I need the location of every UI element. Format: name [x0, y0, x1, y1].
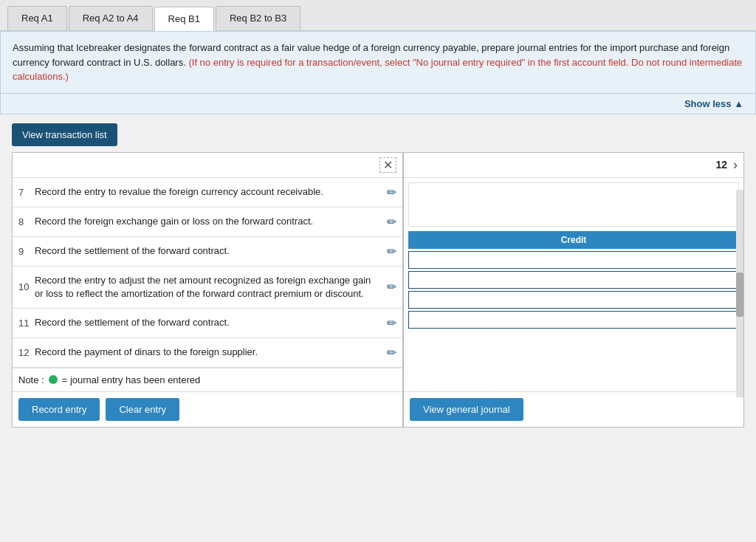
entry-text-9: Record the settlement of the forward con…: [35, 244, 381, 258]
entry-num-7: 7: [18, 187, 35, 198]
credit-row-4[interactable]: [408, 311, 739, 329]
scrollbar-thumb[interactable]: [736, 272, 743, 317]
record-entry-button[interactable]: Record entry: [18, 398, 100, 421]
edit-icon-9[interactable]: ✏: [387, 244, 396, 258]
entry-num-9: 9: [18, 246, 35, 257]
journal-content: Credit: [404, 178, 743, 391]
main-area: View transaction list ✕ 7 Record the ent…: [0, 114, 756, 436]
journal-current-num: 12: [715, 159, 727, 171]
close-icon[interactable]: ✕: [379, 157, 396, 173]
journal-panel: 12 › Credit: [404, 153, 743, 427]
entry-text-12: Record the payment of dinars to the fore…: [35, 346, 381, 359]
credit-input-3[interactable]: [408, 291, 739, 309]
clear-entry-button[interactable]: Clear entry: [106, 398, 179, 421]
credit-row-2[interactable]: [408, 271, 739, 289]
entry-text-10: Record the entry to adjust the net amoun…: [35, 274, 381, 301]
credit-row-3[interactable]: [408, 291, 739, 309]
entry-text-8: Record the foreign exchange gain or loss…: [35, 215, 381, 228]
credit-header-row: Credit: [408, 231, 739, 249]
entry-num-10: 10: [18, 281, 35, 292]
journal-nav: 12 ›: [404, 153, 743, 178]
credit-input-2[interactable]: [408, 271, 739, 289]
debit-area: [408, 182, 739, 227]
edit-icon-12[interactable]: ✏: [387, 346, 396, 360]
note-text: = journal entry has been entered: [62, 374, 201, 385]
next-arrow-icon[interactable]: ›: [733, 157, 738, 173]
green-dot-icon: [49, 375, 58, 384]
note-row: Note : = journal entry has been entered: [13, 368, 402, 391]
entry-num-12: 12: [18, 347, 35, 358]
list-panel-header: ✕: [13, 153, 402, 178]
list-panel: ✕ 7 Record the entry to revalue the fore…: [13, 153, 404, 427]
edit-icon-7[interactable]: ✏: [387, 185, 396, 199]
list-item: 9 Record the settlement of the forward c…: [13, 237, 402, 267]
list-item: 11 Record the settlement of the forward …: [13, 309, 402, 338]
entry-num-8: 8: [18, 216, 35, 227]
edit-icon-11[interactable]: ✏: [387, 316, 396, 330]
bottom-buttons: Record entry Clear entry: [13, 391, 402, 427]
tab-req-b1[interactable]: Req B1: [154, 7, 214, 31]
tab-req-a1[interactable]: Req A1: [7, 6, 67, 30]
credit-row-1[interactable]: [408, 251, 739, 269]
instruction-box: Assuming that Icebreaker designates the …: [0, 31, 756, 94]
tabs-bar: Req A1 Req A2 to A4 Req B1 Req B2 to B3: [0, 0, 756, 31]
edit-icon-8[interactable]: ✏: [387, 215, 396, 229]
list-item: 12 Record the payment of dinars to the f…: [13, 338, 402, 368]
entry-text-7: Record the entry to revalue the foreign …: [35, 185, 381, 199]
journal-bottom: View general journal: [404, 391, 743, 427]
credit-input-1[interactable]: [408, 251, 739, 269]
view-general-journal-button[interactable]: View general journal: [410, 398, 523, 421]
show-less-link[interactable]: Show less ▲: [684, 98, 743, 109]
edit-icon-10[interactable]: ✏: [387, 280, 396, 294]
view-transaction-button[interactable]: View transaction list: [12, 123, 117, 146]
list-item: 7 Record the entry to revalue the foreig…: [13, 178, 402, 207]
note-label: Note :: [18, 374, 44, 385]
panel-container: ✕ 7 Record the entry to revalue the fore…: [12, 152, 744, 428]
credit-input-4[interactable]: [408, 311, 739, 329]
credit-header-cell: Credit: [408, 231, 739, 249]
list-item: 8 Record the foreign exchange gain or lo…: [13, 207, 402, 237]
show-less-bar: Show less ▲: [0, 94, 756, 114]
list-item: 10 Record the entry to adjust the net am…: [13, 267, 402, 309]
entry-num-11: 11: [18, 318, 35, 329]
tab-req-b2-b3[interactable]: Req B2 to B3: [216, 6, 300, 30]
entry-text-11: Record the settlement of the forward con…: [35, 316, 381, 329]
tab-req-a2-a4[interactable]: Req A2 to A4: [69, 6, 153, 30]
scrollbar-track[interactable]: [736, 190, 743, 397]
